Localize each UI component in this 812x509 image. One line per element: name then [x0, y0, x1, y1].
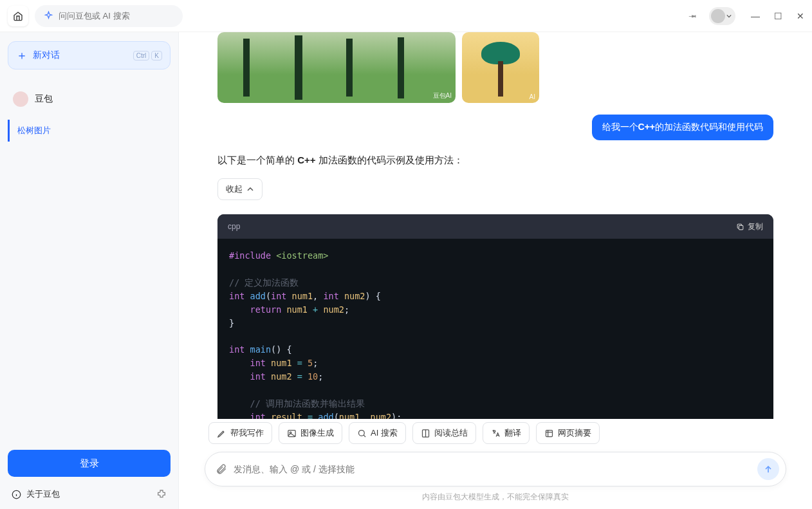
pin-icon[interactable]: [688, 11, 697, 21]
attachment-icon[interactable]: [216, 463, 227, 475]
sidebar-bot[interactable]: 豆包: [8, 88, 171, 111]
home-button[interactable]: [8, 6, 28, 26]
generated-image-1[interactable]: 豆包AI: [217, 32, 456, 103]
watermark: AI: [530, 93, 535, 100]
image-row: 豆包AI AI: [217, 32, 773, 103]
code-language: cpp: [228, 222, 240, 231]
image-icon: [287, 429, 297, 438]
minimize-button[interactable]: —: [751, 11, 760, 21]
sparkle-icon: [44, 11, 53, 21]
chevron-down-icon: [726, 14, 732, 19]
ai-response-text: 以下是一个简单的 C++ 加法函数的代码示例及使用方法：: [217, 154, 773, 167]
code-content[interactable]: #include <iostream> // 定义加法函数 int add(in…: [217, 239, 773, 419]
account-menu[interactable]: [709, 7, 735, 25]
bot-name: 豆包: [35, 93, 53, 105]
chip-read[interactable]: 阅读总结: [412, 422, 476, 444]
titlebar-search[interactable]: [35, 5, 183, 27]
new-chat-label: 新对话: [33, 50, 60, 61]
translate-icon: [491, 429, 501, 438]
message-input-box[interactable]: [205, 452, 786, 486]
svg-point-4: [359, 430, 365, 436]
sidebar: ＋ 新对话 CtrlK 豆包 松树图片 登录 关于豆包: [0, 32, 179, 509]
search-icon: [357, 429, 367, 438]
watermark: 豆包AI: [433, 91, 452, 100]
collapse-button[interactable]: 收起: [217, 178, 263, 200]
web-icon: [544, 429, 554, 438]
message-input[interactable]: [234, 464, 757, 474]
chip-translate[interactable]: 翻译: [483, 422, 530, 444]
plus-icon: ＋: [16, 50, 28, 61]
copy-button[interactable]: 复制: [736, 221, 763, 232]
about-link[interactable]: 关于豆包: [8, 486, 171, 503]
input-area: 帮我写作 图像生成 AI 搜索 阅读总结 翻译 网页摘要 内容由豆包大模型生成，…: [179, 422, 812, 509]
maximize-button[interactable]: ☐: [774, 11, 782, 21]
svg-rect-5: [546, 430, 552, 436]
search-input[interactable]: [59, 11, 174, 21]
arrow-up-icon: [763, 464, 773, 474]
chip-image[interactable]: 图像生成: [279, 422, 342, 444]
sidebar-conversation-active[interactable]: 松树图片: [8, 120, 171, 142]
pen-icon: [217, 429, 226, 438]
chip-web[interactable]: 网页摘要: [536, 422, 600, 444]
disclaimer: 内容由豆包大模型生成，不能完全保障真实: [205, 492, 786, 503]
kbd-hint: CtrlK: [133, 51, 162, 60]
home-icon: [13, 11, 23, 21]
book-icon: [421, 429, 430, 438]
avatar-icon: [711, 9, 725, 23]
code-block: cpp 复制 #include <iostream> // 定义加法函数 int…: [217, 214, 773, 419]
close-button[interactable]: ✕: [797, 11, 804, 21]
copy-icon: [736, 223, 744, 231]
generated-image-2[interactable]: AI: [462, 32, 539, 103]
send-button[interactable]: [757, 458, 779, 480]
chevron-up-icon: [246, 185, 254, 193]
extension-icon[interactable]: [156, 489, 167, 499]
chip-search[interactable]: AI 搜索: [349, 422, 406, 444]
new-chat-button[interactable]: ＋ 新对话 CtrlK: [8, 41, 171, 69]
chip-write[interactable]: 帮我写作: [208, 422, 272, 444]
bot-avatar-icon: [13, 91, 28, 107]
login-button[interactable]: 登录: [8, 450, 171, 477]
main-content: 豆包AI AI 给我一个C++的加法函数代码和使用代码 以下是一个简单的 C++…: [179, 32, 812, 509]
info-icon: [12, 490, 21, 499]
user-message: 给我一个C++的加法函数代码和使用代码: [592, 115, 773, 140]
svg-rect-1: [739, 225, 743, 230]
